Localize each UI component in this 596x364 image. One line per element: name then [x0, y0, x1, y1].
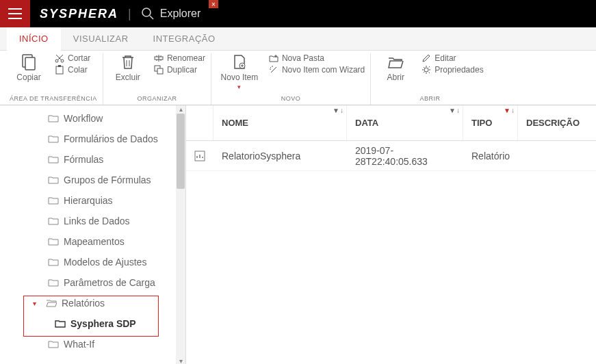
sidebar: Workflow Formulários de Dados Fórmulas G…: [0, 105, 186, 364]
ribbon: Copiar Cortar Colar ÁREA DE TRANSFERÊNCI…: [0, 51, 596, 105]
topbar: SYSPHERA | Explorer ×: [0, 0, 596, 27]
svg-rect-5: [56, 66, 63, 74]
column-header-nome[interactable]: NOME ▼↓: [213, 105, 347, 140]
copy-button[interactable]: Copiar: [10, 53, 48, 82]
button-label: Copiar: [16, 73, 40, 82]
group-label: ÁREA DE TRANSFERÊNCIA: [10, 94, 97, 105]
menu-button[interactable]: [0, 0, 30, 27]
edit-button[interactable]: Editar: [422, 53, 483, 63]
tree-item-links-dados[interactable]: Links de Dados: [0, 211, 185, 231]
delete-button[interactable]: Excluir: [109, 53, 147, 82]
column-header-tipo[interactable]: TIPO ▼↓: [463, 105, 518, 140]
folder-icon: [48, 257, 59, 267]
tree-item-workflow[interactable]: Workflow: [0, 108, 185, 129]
filter-sort-indicator[interactable]: ▼↓: [449, 107, 460, 114]
tree-item-whatif[interactable]: What-If: [0, 334, 185, 354]
folder-icon: [48, 114, 59, 123]
tree-label: Mapeamentos: [64, 236, 125, 247]
tab-label: INTEGRAÇÃO: [153, 34, 216, 44]
rename-icon: [154, 53, 164, 63]
wizard-icon: [269, 65, 278, 75]
chevron-down-icon: ▾: [237, 83, 241, 90]
tree-item-hierarquias[interactable]: Hierarquias: [0, 190, 185, 211]
column-header-icon[interactable]: [186, 105, 213, 140]
column-header-descricao[interactable]: DESCRIÇÃO: [518, 105, 596, 140]
tab-integracao[interactable]: INTEGRAÇÃO: [141, 27, 228, 50]
duplicate-button[interactable]: Duplicar: [154, 65, 205, 75]
filter-sort-indicator[interactable]: ▼↓: [333, 107, 344, 114]
scroll-up-icon[interactable]: ▴: [177, 105, 184, 112]
group-label: NOVO: [217, 94, 365, 105]
tree-item-formularios[interactable]: Formulários de Dados: [0, 129, 185, 149]
new-folder-button[interactable]: Nova Pasta: [269, 53, 365, 63]
main-area: Workflow Formulários de Dados Fórmulas G…: [0, 105, 596, 364]
chevron-down-icon[interactable]: ▾: [33, 300, 40, 307]
sort-icon: ↓: [456, 107, 460, 114]
filter-icon: ▼: [333, 107, 339, 114]
tab-label: VISUALIZAR: [73, 34, 129, 44]
open-folder-icon: [46, 298, 57, 308]
tree-label: Modelos de Ajustes: [64, 257, 146, 268]
tree-item-parametros-carga[interactable]: Parâmetros de Carga: [0, 272, 185, 293]
button-label: Colar: [68, 65, 88, 75]
rename-button[interactable]: Renomear: [154, 53, 205, 63]
open-button[interactable]: Abrir: [376, 53, 415, 82]
tree-item-relatorios[interactable]: ▾Relatórios: [0, 293, 185, 313]
paste-button[interactable]: Colar: [55, 65, 90, 75]
new-wizard-button[interactable]: Novo Item com Wizard: [269, 65, 365, 75]
tree-item-mapeamentos[interactable]: Mapeamentos: [0, 231, 185, 252]
edit-icon: [422, 53, 431, 63]
filter-icon: ▼: [504, 107, 510, 114]
paste-icon: [55, 65, 64, 75]
tab-visualizar[interactable]: VISUALIZAR: [61, 27, 141, 50]
scrollbar[interactable]: ▴ ▾: [176, 105, 185, 364]
tree-item-modelos-ajustes[interactable]: Modelos de Ajustes: [0, 252, 185, 272]
new-item-button[interactable]: Novo Item ▾: [217, 53, 262, 90]
tab-inicio[interactable]: INÍCIO: [7, 27, 61, 51]
cut-button[interactable]: Cortar: [55, 53, 90, 63]
tabs-bar: INÍCIO VISUALIZAR INTEGRAÇÃO: [0, 27, 596, 51]
button-label: Abrir: [387, 73, 404, 82]
tree-item-grupos-formulas[interactable]: Grupos de Fórmulas: [0, 170, 185, 190]
tree-label: Parâmetros de Carga: [64, 277, 155, 288]
button-label: Excluir: [116, 73, 140, 82]
folder-icon: [55, 319, 66, 328]
group-label: ABRIR: [376, 94, 483, 105]
folder-icon: [48, 278, 59, 287]
button-label: Propriedades: [435, 65, 483, 75]
button-label: Renomear: [167, 53, 205, 63]
sort-icon: ↓: [511, 107, 515, 114]
tree-label: Workflow: [64, 113, 103, 124]
brand-logo: SYSPHERA: [40, 7, 118, 21]
tree: Workflow Formulários de Dados Fórmulas G…: [0, 105, 185, 357]
close-button[interactable]: ×: [209, 0, 218, 8]
tree-item-formulas[interactable]: Fórmulas: [0, 149, 185, 170]
row-icon-cell: [186, 150, 213, 162]
filter-sort-indicator[interactable]: ▼↓: [504, 107, 515, 114]
header-label: NOME: [222, 118, 248, 128]
divider: |: [128, 7, 131, 21]
scroll-down-icon[interactable]: ▾: [177, 357, 184, 364]
copy-icon: [20, 53, 38, 71]
ribbon-group-open: Abrir Editar Propriedades ABRIR: [371, 53, 489, 105]
grid-header: NOME ▼↓ DATA ▼↓ TIPO ▼↓ DESCRIÇÃO: [186, 105, 596, 141]
column-header-data[interactable]: DATA ▼↓: [347, 105, 463, 140]
folder-icon: [48, 196, 59, 205]
tree-label: Fórmulas: [64, 154, 103, 165]
folder-icon: [48, 175, 59, 185]
table-row[interactable]: RelatorioSysphera 2019-07-28T22:40:05.63…: [186, 141, 596, 171]
scroll-thumb[interactable]: [177, 114, 185, 189]
svg-point-0: [142, 8, 151, 16]
tree-label: Formulários de Dados: [64, 133, 158, 144]
button-label: Novo Item com Wizard: [282, 65, 365, 75]
search-icon[interactable]: [141, 7, 155, 21]
tree-item-sysphera-sdp[interactable]: Sysphera SDP: [0, 313, 185, 334]
cell-tipo: Relatório: [463, 151, 518, 161]
tab-label: INÍCIO: [19, 34, 49, 44]
svg-rect-6: [58, 65, 61, 67]
properties-button[interactable]: Propriedades: [422, 65, 483, 75]
svg-point-11: [424, 68, 428, 72]
duplicate-icon: [154, 65, 164, 75]
svg-rect-2: [25, 57, 35, 70]
page-title: Explorer: [160, 8, 201, 20]
